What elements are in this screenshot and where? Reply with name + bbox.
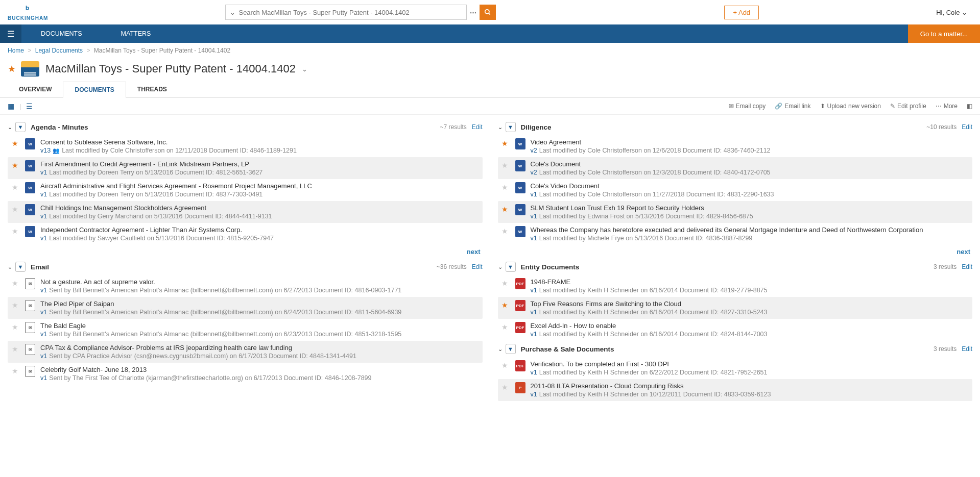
document-row[interactable]: ★WSLM Student Loan Trust Exh 19 Report t… bbox=[498, 201, 973, 223]
action-edit-profile[interactable]: ✎Edit profile bbox=[890, 103, 926, 110]
filter-icon[interactable]: ▼ bbox=[506, 122, 516, 132]
document-row[interactable]: ★✉CPA Tax & Compliance Advisor- Problems… bbox=[8, 341, 483, 363]
breadcrumb-legal[interactable]: Legal Documents bbox=[35, 47, 83, 54]
document-title[interactable]: Chill Holdings Inc Management Stockholde… bbox=[40, 204, 481, 212]
view-list-icon[interactable]: ☰ bbox=[26, 102, 33, 110]
goto-matter-button[interactable]: Go to a matter... bbox=[908, 24, 980, 43]
version-link[interactable]: v1 bbox=[531, 287, 537, 294]
star-icon[interactable]: ★ bbox=[500, 204, 510, 220]
star-icon[interactable]: ★ bbox=[10, 344, 20, 360]
chevron-down-icon[interactable]: ⌄ bbox=[230, 9, 235, 16]
document-title[interactable]: Not a gesture. An act of supreme valor. bbox=[40, 278, 481, 286]
version-link[interactable]: v2 bbox=[531, 147, 537, 154]
star-icon[interactable]: ★ bbox=[10, 138, 20, 154]
document-row[interactable]: ★WCole's Video Documentv1Last modified b… bbox=[498, 179, 973, 201]
document-title[interactable]: Celebrity Golf Match- June 18, 2013 bbox=[40, 366, 481, 373]
star-icon[interactable]: ★ bbox=[500, 226, 510, 242]
search-options-icon[interactable]: ⋯ bbox=[470, 9, 476, 16]
section-edit-link[interactable]: Edit bbox=[962, 123, 972, 131]
document-title[interactable]: Excel Add-In - How to enable bbox=[531, 322, 971, 330]
version-link[interactable]: v1 bbox=[40, 191, 47, 198]
version-link[interactable]: v1 bbox=[40, 374, 47, 382]
collapse-toggle-icon[interactable]: ⌄ bbox=[8, 264, 12, 270]
collapse-toggle-icon[interactable]: ⌄ bbox=[498, 264, 503, 270]
star-icon[interactable]: ★ bbox=[500, 360, 510, 376]
section-edit-link[interactable]: Edit bbox=[472, 123, 483, 131]
next-link[interactable]: next bbox=[957, 248, 970, 256]
nav-documents[interactable]: DOCUMENTS bbox=[21, 24, 102, 43]
collapse-toggle-icon[interactable]: ⌄ bbox=[498, 124, 503, 131]
add-button[interactable]: + Add bbox=[724, 6, 759, 19]
star-icon[interactable]: ★ bbox=[500, 322, 510, 338]
section-edit-link[interactable]: Edit bbox=[472, 263, 483, 270]
collapse-toggle-icon[interactable]: ⌄ bbox=[8, 124, 12, 131]
favorite-star-icon[interactable]: ★ bbox=[8, 63, 16, 74]
version-link[interactable]: v1 bbox=[531, 331, 537, 338]
star-icon[interactable]: ★ bbox=[10, 278, 20, 294]
version-link[interactable]: v1 bbox=[531, 369, 537, 376]
star-icon[interactable]: ★ bbox=[10, 300, 20, 316]
filter-icon[interactable]: ▼ bbox=[506, 344, 516, 354]
star-icon[interactable]: ★ bbox=[500, 278, 510, 294]
star-icon[interactable]: ★ bbox=[500, 182, 510, 198]
star-icon[interactable]: ★ bbox=[10, 322, 20, 338]
document-title[interactable]: 1948-FRAME bbox=[531, 278, 971, 286]
version-link[interactable]: v13 bbox=[40, 147, 51, 154]
document-row[interactable]: ★WFirst Amendment to Credit Agreement - … bbox=[8, 157, 483, 179]
tab-threads[interactable]: THREADS bbox=[126, 82, 178, 97]
document-row[interactable]: ★✉Not a gesture. An act of supreme valor… bbox=[8, 275, 483, 297]
nav-matters[interactable]: MATTERS bbox=[102, 24, 171, 43]
document-row[interactable]: ★✉Celebrity Golf Match- June 18, 2013v1S… bbox=[8, 363, 483, 385]
filter-icon[interactable]: ▼ bbox=[15, 262, 26, 272]
document-row[interactable]: ★WCole's Documentv2Last modified by Cole… bbox=[498, 157, 973, 179]
document-row[interactable]: ★PDFExcel Add-In - How to enablev1Last m… bbox=[498, 319, 973, 341]
action-email-copy[interactable]: ✉Email copy bbox=[729, 103, 766, 110]
star-icon[interactable]: ★ bbox=[500, 300, 510, 316]
search-box[interactable]: ⌄ bbox=[225, 5, 467, 20]
document-row[interactable]: ★PDFTop Five Reasons Firms are Switching… bbox=[498, 297, 973, 319]
document-title[interactable]: SLM Student Loan Trust Exh 19 Report to … bbox=[531, 204, 971, 212]
version-link[interactable]: v1 bbox=[531, 391, 537, 398]
star-icon[interactable]: ★ bbox=[500, 138, 510, 154]
filter-icon[interactable]: ▼ bbox=[15, 122, 26, 132]
version-link[interactable]: v1 bbox=[531, 309, 537, 316]
document-title[interactable]: Top Five Reasons Firms are Switching to … bbox=[531, 300, 971, 308]
star-icon[interactable]: ★ bbox=[500, 382, 510, 398]
document-title[interactable]: The Bald Eagle bbox=[40, 322, 481, 330]
document-title[interactable]: Cole's Document bbox=[531, 160, 971, 168]
next-link[interactable]: next bbox=[467, 248, 481, 256]
document-row[interactable]: ★WAircraft Administrative and Flight Ser… bbox=[8, 179, 483, 201]
document-title[interactable]: Aircraft Administrative and Flight Servi… bbox=[40, 182, 481, 190]
menu-toggle[interactable]: ☰ bbox=[0, 24, 21, 43]
search-input[interactable] bbox=[238, 9, 462, 16]
document-title[interactable]: First Amendment to Credit Agreement - En… bbox=[40, 160, 481, 168]
version-link[interactable]: v1 bbox=[40, 353, 47, 360]
panel-toggle-icon[interactable]: ◧ bbox=[967, 103, 972, 110]
version-link[interactable]: v1 bbox=[531, 213, 537, 220]
document-title[interactable]: Independent Contractor Agreement - Light… bbox=[40, 226, 481, 234]
document-row[interactable]: ★PDFVerification. To be completed an Fir… bbox=[498, 357, 973, 379]
star-icon[interactable]: ★ bbox=[10, 182, 20, 198]
star-icon[interactable]: ★ bbox=[10, 366, 20, 382]
version-link[interactable]: v1 bbox=[40, 309, 47, 316]
collapse-toggle-icon[interactable]: ⌄ bbox=[498, 346, 503, 353]
document-title[interactable]: Cole's Video Document bbox=[531, 182, 971, 190]
user-menu[interactable]: Hi, Cole ⌄ bbox=[936, 9, 972, 16]
version-link[interactable]: v1 bbox=[40, 235, 47, 242]
action-upload[interactable]: ⬆Upload new version bbox=[820, 103, 881, 110]
search-button[interactable] bbox=[480, 5, 496, 20]
document-title[interactable]: CPA Tax & Compliance Advisor- Problems a… bbox=[40, 344, 481, 352]
star-icon[interactable]: ★ bbox=[10, 160, 20, 176]
document-title[interactable]: 2011-08 ILTA Presentation - Cloud Comput… bbox=[531, 382, 971, 390]
document-row[interactable]: ★WConsent to Sublease Serena Software, I… bbox=[8, 135, 483, 157]
document-row[interactable]: ★WChill Holdings Inc Management Stockhol… bbox=[8, 201, 483, 223]
version-link[interactable]: v1 bbox=[40, 287, 47, 294]
tab-documents[interactable]: DOCUMENTS bbox=[63, 82, 126, 98]
document-title[interactable]: Whereas the Company has heretofore execu… bbox=[531, 226, 971, 234]
filter-icon[interactable]: ▼ bbox=[506, 262, 516, 272]
action-email-link[interactable]: 🔗Email link bbox=[775, 103, 810, 110]
document-row[interactable]: ★WVideo Agreementv2Last modified by Cole… bbox=[498, 135, 973, 157]
document-title[interactable]: Verification. To be completed an First -… bbox=[531, 360, 971, 368]
version-link[interactable]: v1 bbox=[40, 213, 47, 220]
logo[interactable]: ᵇ BUCKINGHAM bbox=[8, 4, 48, 21]
